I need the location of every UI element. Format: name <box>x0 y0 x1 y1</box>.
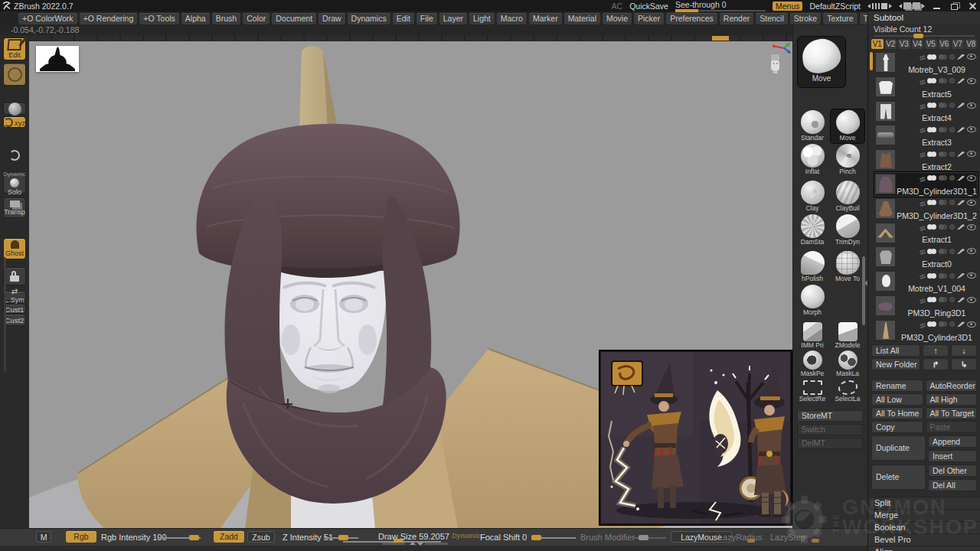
duplicate-button[interactable]: Duplicate <box>871 435 926 461</box>
move-out-folder-button[interactable]: ↱ <box>923 358 949 370</box>
boolean-intersect-icon[interactable] <box>949 249 955 254</box>
delete-button[interactable]: Delete <box>871 465 926 490</box>
toolbar-scroll-track[interactable] <box>4 257 6 372</box>
brush-trimdyn[interactable]: TrimDyn <box>831 214 864 247</box>
boolean-start-icon[interactable] <box>920 323 925 326</box>
rgb-intensity-handle[interactable] <box>189 535 199 540</box>
sculpt-canvas[interactable] <box>29 35 792 528</box>
menu-picker[interactable]: Picker <box>634 13 664 24</box>
menu-edit[interactable]: Edit <box>393 13 414 24</box>
boolean-intersect-icon[interactable] <box>949 273 955 279</box>
draw-size-label[interactable]: Draw Size 59.2057 <box>378 532 449 541</box>
divider-bars-icon[interactable] <box>867 3 892 9</box>
boolean-intersect-icon[interactable] <box>949 321 955 327</box>
zadd-button[interactable]: Zadd <box>214 531 244 543</box>
restore-button[interactable] <box>949 2 960 11</box>
brush-selectla[interactable]: SelectLa <box>831 377 864 406</box>
focal-shift-track[interactable] <box>536 537 576 539</box>
palette-scroll-icon[interactable] <box>899 2 925 9</box>
all-high-button[interactable]: All High <box>926 393 978 406</box>
menus-toggle-button[interactable]: Menus <box>773 2 803 11</box>
visible-count-track[interactable] <box>874 35 975 37</box>
menu-document[interactable]: Document <box>272 13 316 24</box>
boolean-intersect-icon[interactable] <box>949 200 955 205</box>
subtool-row-pm3d-cylinder3d1-2[interactable]: PM3D_Cylinder3D1_2 <box>874 197 978 221</box>
quicksave-button[interactable]: QuickSave <box>629 2 668 11</box>
default-zscript-button[interactable]: DefaultZScript <box>809 2 861 11</box>
polypaint-brush-icon[interactable] <box>957 152 965 157</box>
boolean-start-icon[interactable] <box>920 201 925 204</box>
visible-count-handle[interactable] <box>913 34 923 38</box>
menu-material[interactable]: Material <box>564 13 600 24</box>
visibility-eye-icon[interactable] <box>967 103 976 109</box>
boolean-intersect-icon[interactable] <box>949 103 955 108</box>
visibility-eye-icon[interactable] <box>967 175 976 181</box>
menu-o-rendering[interactable]: +O Rendering <box>80 13 138 24</box>
autoreorder-button[interactable]: AutoReorder <box>926 380 978 392</box>
menu-tool[interactable]: Tool <box>860 13 867 24</box>
lazyradius-label[interactable]: LazyRadius <box>718 533 762 542</box>
brush-modifier-label[interactable]: Brush Modifier <box>580 533 635 542</box>
polypaint-brush-icon[interactable] <box>957 54 965 60</box>
brush-move[interactable]: Move <box>831 109 864 143</box>
visibility-eye-icon[interactable] <box>967 248 976 254</box>
menu-color[interactable]: Color <box>243 13 270 24</box>
polypaint-brush-icon[interactable] <box>957 78 965 83</box>
lazystep-handle[interactable] <box>812 539 819 543</box>
brush-zmodele[interactable]: ZModele <box>831 321 864 349</box>
boolean-subtract-icon[interactable] <box>939 224 944 230</box>
boolean-start-icon[interactable] <box>920 249 925 253</box>
boolean-intersect-icon[interactable] <box>949 54 955 60</box>
axis-orientation-gizmo[interactable] <box>770 42 792 57</box>
tool-solo[interactable]: DynamicSolo <box>3 173 26 194</box>
polypaint-brush-icon[interactable] <box>957 249 965 254</box>
dynamic-label[interactable]: Dynamic <box>452 532 481 540</box>
menu-texture[interactable]: Texture <box>823 13 857 24</box>
visibility-eye-icon[interactable] <box>967 151 976 157</box>
move-down-button[interactable]: ↓ <box>951 344 977 357</box>
menu-brush[interactable]: Brush <box>212 13 240 24</box>
del-other-button[interactable]: Del Other <box>928 465 977 477</box>
brush-modifier-handle[interactable] <box>639 535 648 540</box>
boolean-start-icon[interactable] <box>920 80 925 83</box>
tool-rotate-arrow-icon[interactable] <box>3 142 26 169</box>
lazystep-label[interactable]: LazyStep <box>770 533 805 542</box>
menu-alpha[interactable]: Alpha <box>181 13 210 24</box>
boolean-subtract-icon[interactable] <box>939 249 944 254</box>
subtool-tab-v6[interactable]: V6 <box>939 39 951 49</box>
timeline-strip[interactable] <box>29 35 792 41</box>
subtool-row-motreb-v3-009[interactable]: Motreb_V3_009 <box>874 51 978 75</box>
tool-draw-circle-icon[interactable] <box>3 63 26 86</box>
tool-cust1[interactable]: Cust1 <box>3 304 26 314</box>
boolean-intersect-icon[interactable] <box>949 175 955 181</box>
append-button[interactable]: Append <box>928 435 977 448</box>
menu-stencil[interactable]: Stencil <box>756 13 788 24</box>
polypaint-brush-icon[interactable] <box>957 127 965 132</box>
menu-light[interactable]: Light <box>469 13 495 24</box>
menu-o-tools[interactable]: +O Tools <box>139 13 179 24</box>
rename-button[interactable]: Rename <box>871 380 923 392</box>
polypaint-brush-icon[interactable] <box>957 175 965 181</box>
boolean-union-icon[interactable] <box>927 224 933 230</box>
tool-xyz[interactable]: xyz <box>3 116 26 128</box>
subtool-row-extract5[interactable]: Extract5 <box>874 75 978 99</box>
subtool-tab-v5[interactable]: V5 <box>925 39 937 49</box>
menu-draw[interactable]: Draw <box>318 13 345 24</box>
visibility-eye-icon[interactable] <box>967 200 976 206</box>
boolean-union-icon[interactable] <box>927 127 933 132</box>
brush-damsta[interactable]: DamSta <box>795 214 829 247</box>
boolean-intersect-icon[interactable] <box>949 78 955 83</box>
tool-sphere-icon[interactable] <box>3 103 26 115</box>
subtool-row-pm3d-ring3d1[interactable]: PM3D_Ring3D1 <box>874 294 978 318</box>
boolean-subtract-icon[interactable] <box>939 152 944 157</box>
visibility-eye-icon[interactable] <box>967 54 976 60</box>
boolean-subtract-icon[interactable] <box>939 273 944 279</box>
visibility-eye-icon[interactable] <box>967 297 976 303</box>
storemt-button[interactable]: StoreMT <box>797 410 863 422</box>
boolean-start-icon[interactable] <box>920 128 925 131</box>
subtool-row-extract4[interactable]: Extract4 <box>874 99 978 124</box>
subtool-tab-v4[interactable]: V4 <box>912 39 924 49</box>
brush-modifier-track[interactable] <box>632 537 666 539</box>
menu-layer[interactable]: Layer <box>439 13 467 24</box>
visibility-eye-icon[interactable] <box>967 224 976 230</box>
